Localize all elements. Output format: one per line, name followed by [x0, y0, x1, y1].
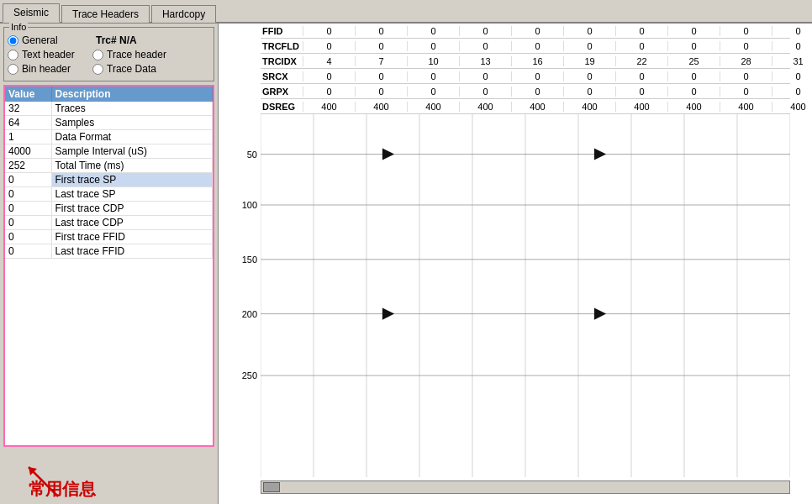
header-cell: 25	[667, 56, 720, 66]
header-cell: 400	[303, 102, 355, 112]
table-row[interactable]: 252Total Time (ms)	[5, 159, 213, 173]
text-header-label: Text header	[22, 49, 89, 60]
col-description-header: Description	[51, 87, 213, 102]
header-cell: 0	[720, 26, 772, 36]
header-cell: 0	[511, 87, 563, 97]
left-panel: Info General Trc# N/A Text header Trace …	[0, 24, 219, 504]
table-cell-value: 0	[5, 187, 51, 202]
table-cell-description: Last trace SP	[51, 187, 213, 202]
table-cell-description: Last trace FFID	[51, 244, 213, 259]
table-row[interactable]: 0First trace SP	[5, 173, 213, 187]
seismic-header: FFID0000000000TRCFLD0000000000TRCIDX4710…	[261, 24, 790, 114]
table-cell-description: Samples	[51, 116, 213, 130]
general-label: General	[22, 34, 89, 46]
table-row[interactable]: 0Last trace CDP	[5, 216, 213, 230]
horizontal-scrollbar[interactable]	[261, 480, 790, 494]
trace-data-label: Trace Data	[107, 63, 156, 75]
header-cell: 0	[667, 41, 720, 51]
header-cell: 0	[355, 87, 407, 97]
general-radio[interactable]	[8, 35, 18, 46]
info-section: Info General Trc# N/A Text header Trace …	[3, 27, 214, 81]
svg-marker-19	[594, 148, 606, 160]
table-row[interactable]: 64Samples	[5, 116, 213, 130]
header-cell: 0	[720, 87, 772, 97]
header-cell: 400	[407, 102, 459, 112]
table-row[interactable]: 0Last trace SP	[5, 187, 213, 202]
tab-trace-headers[interactable]: Trace Headers	[61, 5, 150, 23]
header-cell: 7	[355, 56, 407, 66]
table-row[interactable]: 1Data Format	[5, 130, 213, 144]
header-cell: 0	[667, 71, 720, 81]
header-label: DSREG	[261, 102, 303, 112]
table-cell-value: 0	[5, 216, 51, 230]
y-axis-label: 100	[242, 200, 257, 210]
bin-header-row: Bin header Trace Data	[8, 63, 210, 75]
header-cell: 0	[511, 41, 563, 51]
y-axis-label: 150	[242, 255, 257, 265]
header-cell: 0	[355, 71, 407, 81]
table-cell-description: Total Time (ms)	[51, 159, 213, 173]
tab-hardcopy[interactable]: Hardcopy	[151, 5, 216, 23]
header-label: SRCX	[261, 71, 303, 81]
header-label: TRCFLD	[261, 41, 303, 51]
seismic-area: 50100150200250 FFID0000000000TRCFLD00000…	[219, 24, 790, 494]
header-cell: 0	[772, 71, 812, 81]
header-cell: 28	[720, 56, 772, 66]
trace-header-label: Trace header	[107, 49, 166, 60]
header-cell: 400	[615, 102, 667, 112]
header-cell: 0	[511, 26, 563, 36]
header-cell: 31	[772, 56, 812, 66]
header-cell: 0	[355, 41, 407, 51]
header-cell: 10	[407, 56, 459, 66]
table-row[interactable]: 0Last trace FFID	[5, 244, 213, 259]
y-axis-label: 250	[242, 370, 257, 381]
text-header-radio[interactable]	[8, 50, 18, 60]
data-table: Value Description 32Traces64Samples1Data…	[3, 85, 214, 447]
header-cell: 0	[615, 41, 667, 51]
header-cell: 16	[511, 56, 563, 66]
header-cell: 0	[615, 26, 667, 36]
header-cell: 13	[459, 56, 511, 66]
table-cell-value: 0	[5, 173, 51, 187]
table-cell-value: 64	[5, 116, 51, 130]
table-cell-description: Traces	[51, 102, 213, 116]
header-cell: 400	[772, 102, 812, 112]
trace-header-radio[interactable]	[92, 50, 103, 60]
header-cell: 0	[667, 87, 720, 97]
table-cell-description: Last trace CDP	[51, 216, 213, 230]
table-row[interactable]: 0First trace CDP	[5, 202, 213, 216]
right-panel[interactable]: 50100150200250 FFID0000000000TRCFLD00000…	[219, 24, 812, 504]
header-cell: 0	[303, 87, 355, 97]
table-cell-description: Data Format	[51, 130, 213, 144]
trace-data-radio[interactable]	[92, 64, 103, 75]
table-cell-value: 0	[5, 230, 51, 244]
table-row[interactable]: 32Traces	[5, 102, 213, 116]
header-cell: 0	[459, 71, 511, 81]
table-row[interactable]: 4000Sample Interval (uS)	[5, 144, 213, 159]
table-row[interactable]: 0First trace FFID	[5, 230, 213, 244]
header-cell: 0	[772, 26, 812, 36]
table-cell-value: 4000	[5, 144, 51, 159]
header-row: DSREG400400400400400400400400400400	[261, 99, 790, 114]
svg-marker-18	[382, 148, 394, 160]
bin-header-radio[interactable]	[8, 64, 18, 75]
header-cell: 22	[615, 56, 667, 66]
header-cell: 0	[303, 26, 355, 36]
header-cell: 0	[407, 26, 459, 36]
tab-seismic[interactable]: Seismic	[3, 3, 60, 23]
header-cell: 0	[720, 71, 772, 81]
header-cell: 400	[355, 102, 407, 112]
header-cell: 0	[563, 71, 615, 81]
header-label: FFID	[261, 26, 303, 36]
header-cell: 4	[303, 56, 355, 66]
y-axis: 50100150200250	[219, 114, 261, 477]
header-cell: 0	[615, 87, 667, 97]
table-cell-value: 252	[5, 159, 51, 173]
header-cell: 0	[667, 26, 720, 36]
header-cell: 0	[563, 87, 615, 97]
annotation-area: 常用信息	[3, 450, 214, 501]
header-cell: 0	[563, 41, 615, 51]
table-cell-description: First trace FFID	[51, 230, 213, 244]
header-cell: 0	[772, 41, 812, 51]
scrollbar-thumb[interactable]	[263, 482, 280, 492]
